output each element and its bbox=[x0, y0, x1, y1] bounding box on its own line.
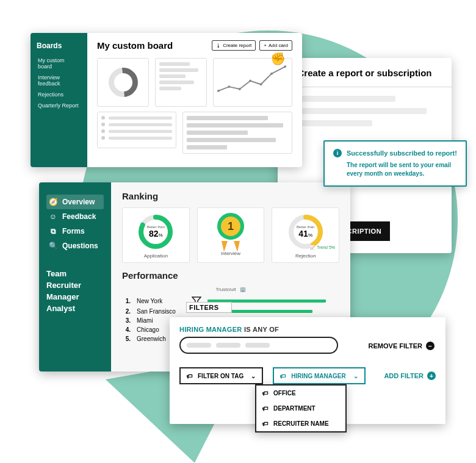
minus-icon: − bbox=[426, 342, 435, 350]
filters-heading: FILTERS bbox=[186, 302, 232, 313]
filter-value-input[interactable] bbox=[179, 337, 338, 354]
boards-sidebar: Boards My custom board Interview feedbac… bbox=[31, 33, 87, 167]
boards-panel: Boards My custom board Interview feedbac… bbox=[31, 33, 302, 167]
search-doc-icon: 🔍 bbox=[49, 242, 57, 250]
option-label: OFFICE bbox=[273, 390, 296, 397]
add-card-button[interactable]: + Add card bbox=[259, 40, 292, 51]
role-list: Team Recruiter Manager Analyst bbox=[46, 268, 104, 314]
svg-marker-9 bbox=[222, 241, 228, 252]
rank-label: Application bbox=[144, 253, 168, 259]
rank-card-application[interactable]: Better than82% Application bbox=[122, 207, 190, 263]
option-recruiter-name[interactable]: 🏷RECRUITER NAME bbox=[256, 416, 345, 431]
svg-point-1 bbox=[228, 85, 230, 88]
download-icon: ⭳ bbox=[216, 43, 221, 48]
gauge-value: 41 bbox=[298, 229, 308, 239]
building-icon: 🏢 bbox=[240, 287, 246, 292]
create-report-label: Create report bbox=[223, 43, 251, 48]
page-title: My custom board bbox=[97, 40, 173, 51]
compass-icon: 🧭 bbox=[49, 198, 57, 206]
filter-on-tag-dropdown[interactable]: 🏷 FILTER ON TAG ⌄ bbox=[179, 367, 263, 384]
option-label: RECRUITER NAME bbox=[273, 420, 329, 427]
add-card-label: Add card bbox=[269, 43, 288, 48]
boards-heading: Boards bbox=[37, 41, 81, 50]
svg-point-5 bbox=[270, 73, 273, 75]
loc-label: New York bbox=[137, 298, 186, 304]
brand-mark: Trustcruit🏢 bbox=[122, 287, 339, 292]
tag-icon: 🏷 bbox=[262, 405, 269, 412]
tag-icon: 🏷 bbox=[262, 390, 269, 397]
chevron-down-icon: ⌄ bbox=[353, 373, 358, 379]
svg-point-3 bbox=[249, 80, 251, 82]
sidebar-item-interview-feedback[interactable]: Interview feedback bbox=[37, 72, 81, 89]
performance-title: Performance bbox=[122, 270, 339, 281]
line-chart-icon bbox=[217, 62, 288, 99]
option-department[interactable]: 🏷DEPARTMENT bbox=[256, 401, 345, 416]
toast-body: The report will be sent to your email ev… bbox=[333, 161, 457, 178]
chip-placeholder bbox=[245, 343, 270, 348]
chevron-down-icon: ⌄ bbox=[251, 373, 256, 379]
chip-placeholder bbox=[216, 343, 240, 348]
plus-icon: + bbox=[264, 43, 267, 48]
tag-icon: 🏷 bbox=[262, 420, 269, 427]
nav-forms[interactable]: ⧉ Forms bbox=[46, 224, 104, 239]
rank-card-interview[interactable]: 1 Interview bbox=[197, 207, 265, 263]
trend-label: 📈 Trend 5% bbox=[310, 245, 335, 250]
nav-overview[interactable]: 🧭 Overview bbox=[46, 195, 104, 209]
medal-icon: 1 bbox=[213, 213, 248, 248]
info-icon: i bbox=[333, 149, 342, 157]
filter-field-menu: 🏷OFFICE 🏷DEPARTMENT 🏷RECRUITER NAME bbox=[255, 384, 347, 432]
medal-rank: 1 bbox=[217, 213, 244, 240]
sidebar-item-rejections[interactable]: Rejections bbox=[37, 89, 81, 100]
rank-card-rejection[interactable]: Better than41% 📈 Trend 5% Rejection bbox=[272, 207, 339, 263]
svg-point-0 bbox=[217, 90, 220, 92]
linechart-card[interactable]: ✊ bbox=[213, 58, 292, 107]
nav-questions-label: Questions bbox=[62, 242, 98, 250]
gauge-unit: % bbox=[308, 232, 312, 238]
svg-point-4 bbox=[260, 83, 262, 85]
nav-feedback-label: Feedback bbox=[62, 212, 96, 221]
role-team[interactable]: Team bbox=[46, 268, 104, 279]
overview-sidebar: 🧭 Overview ☺ Feedback ⧉ Forms 🔍 Question… bbox=[39, 182, 111, 371]
rank-label: Rejection bbox=[295, 253, 316, 259]
smile-icon: ☺ bbox=[49, 212, 57, 221]
sidebar-item-my-custom-board[interactable]: My custom board bbox=[37, 55, 81, 72]
boards-body: My custom board ⭳ Create report + Add ca… bbox=[87, 33, 302, 167]
role-recruiter[interactable]: Recruiter bbox=[46, 279, 104, 291]
divider bbox=[278, 87, 452, 87]
role-analyst[interactable]: Analyst bbox=[46, 303, 104, 314]
hiring-manager-dropdown[interactable]: 🏷 HIRING MANAGER ⌄ bbox=[273, 367, 365, 384]
svg-point-2 bbox=[239, 88, 241, 90]
ranking-title: Ranking bbox=[122, 191, 339, 201]
gauge-application: Better than82% bbox=[137, 213, 175, 251]
add-filter-label: ADD FILTER bbox=[384, 372, 424, 379]
plus-icon: + bbox=[427, 371, 436, 380]
svg-marker-10 bbox=[234, 241, 240, 252]
sidebar-item-quarterly-report[interactable]: Quarterly Report bbox=[37, 100, 81, 111]
list-card[interactable] bbox=[155, 58, 207, 107]
gauge-ring-icon bbox=[103, 62, 144, 103]
filter-on-tag-label: FILTER ON TAG bbox=[198, 373, 243, 379]
copy-icon: ⧉ bbox=[49, 227, 57, 235]
hiring-manager-label: HIRING MANAGER bbox=[291, 373, 345, 379]
toast-title: Successfully subscribed to report! bbox=[347, 149, 457, 157]
remove-filter-button[interactable]: REMOVE FILTER − bbox=[369, 342, 435, 350]
filter-field-label: HIRING MANAGER IS ANY OF bbox=[179, 326, 436, 333]
gauge-unit: % bbox=[159, 232, 163, 238]
option-office[interactable]: 🏷OFFICE bbox=[256, 386, 345, 401]
nav-feedback[interactable]: ☺ Feedback bbox=[46, 209, 104, 224]
bullet-card[interactable] bbox=[97, 112, 176, 148]
role-manager[interactable]: Manager bbox=[46, 291, 104, 303]
gauge-card[interactable] bbox=[97, 58, 149, 107]
loc-label: San Fransisco bbox=[137, 308, 186, 315]
tag-icon: 🏷 bbox=[280, 373, 286, 379]
barlist-card[interactable] bbox=[182, 112, 292, 154]
tag-icon: 🏷 bbox=[187, 373, 193, 379]
nav-forms-label: Forms bbox=[62, 227, 85, 235]
add-filter-button[interactable]: ADD FILTER + bbox=[384, 371, 436, 380]
grab-hand-icon[interactable]: ✊ bbox=[270, 51, 286, 66]
create-report-button[interactable]: ⭳ Create report bbox=[212, 40, 256, 51]
gauge-value: 82 bbox=[149, 229, 159, 239]
option-label: DEPARTMENT bbox=[273, 405, 316, 412]
nav-overview-label: Overview bbox=[62, 198, 95, 206]
nav-questions[interactable]: 🔍 Questions bbox=[46, 239, 104, 253]
